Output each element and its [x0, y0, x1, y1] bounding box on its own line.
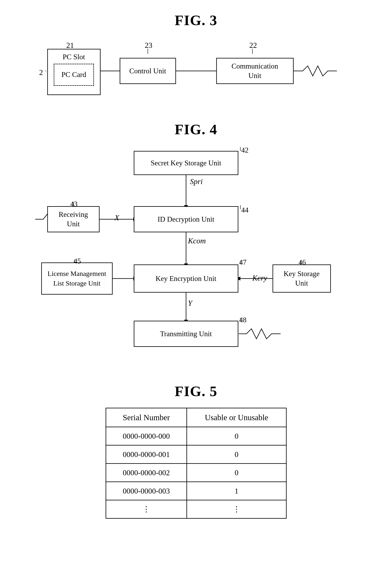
- key-storage-box: Key StorageUnit: [272, 265, 331, 293]
- kcry-label: Kcry: [252, 274, 267, 282]
- serial-number-cell: ⋮: [106, 500, 187, 519]
- usable-cell: 0: [187, 445, 286, 464]
- serial-number-cell: 0000-0000-001: [106, 445, 187, 464]
- fig4-diagram: Secret Key Storage Unit 42 Spri Receivin…: [35, 146, 357, 367]
- ref-44: 44: [241, 206, 248, 214]
- x-label: X: [115, 213, 119, 222]
- comm-unit-label: CommunicationUnit: [232, 61, 278, 80]
- ref-22: 22: [250, 41, 257, 50]
- secret-key-label: Secret Key Storage Unit: [151, 158, 221, 168]
- table-row: 0000-0000-0000: [106, 427, 286, 445]
- license-label: License ManagementList Storage Unit: [48, 269, 106, 288]
- page: FIG. 3: [0, 0, 392, 531]
- ref-45: 45: [74, 257, 81, 265]
- ref-47: 47: [239, 258, 246, 267]
- ref-2: 2: [39, 68, 43, 77]
- key-encryption-box: Key Encryption Unit: [134, 265, 238, 293]
- key-encrypt-label: Key Encryption Unit: [156, 274, 216, 283]
- fig3-section: FIG. 3: [16, 12, 376, 105]
- ref-23: 23: [145, 41, 152, 50]
- usable-cell: 1: [187, 482, 286, 500]
- transmitting-unit-box: Transmitting Unit: [134, 321, 238, 347]
- usable-cell: 0: [187, 464, 286, 482]
- fig4-section: FIG. 4: [16, 121, 376, 367]
- communication-unit-box: CommunicationUnit: [216, 58, 294, 84]
- col-serial-header: Serial Number: [106, 408, 187, 427]
- fig4-title: FIG. 4: [174, 121, 217, 138]
- id-decryption-box: ID Decryption Unit: [134, 206, 238, 232]
- serial-number-cell: 0000-0000-000: [106, 427, 187, 445]
- fig5-table: Serial Number Usable or Unusable 0000-00…: [106, 408, 286, 519]
- pc-slot-label: PC Slot: [62, 52, 85, 62]
- table-row: 0000-0000-0010: [106, 445, 286, 464]
- license-mgmt-box: License ManagementList Storage Unit: [41, 263, 113, 294]
- secret-key-storage-box: Secret Key Storage Unit: [134, 151, 238, 175]
- receiving-unit-label: ReceivingUnit: [59, 210, 88, 229]
- table-header-row: Serial Number Usable or Unusable: [106, 408, 286, 427]
- table-row: 0000-0000-0020: [106, 464, 286, 482]
- fig3-title: FIG. 3: [174, 12, 217, 29]
- table-row: 0000-0000-0031: [106, 482, 286, 500]
- ref-46: 46: [299, 258, 306, 267]
- serial-number-cell: 0000-0000-003: [106, 482, 187, 500]
- y-label: Y: [188, 299, 192, 307]
- usable-cell: ⋮: [187, 500, 286, 519]
- col-usable-header: Usable or Unusable: [187, 408, 286, 427]
- control-unit-box: Control Unit: [120, 58, 176, 84]
- fig5-title: FIG. 5: [174, 383, 217, 400]
- usable-cell: 0: [187, 427, 286, 445]
- pc-slot-box: PC Slot PC Card: [47, 49, 100, 95]
- ref-21: 21: [66, 41, 74, 50]
- fig5-section: FIG. 5 Serial Number Usable or Unusable …: [16, 383, 376, 519]
- spri-label: Spri: [190, 177, 203, 186]
- ref-48: 48: [239, 316, 246, 324]
- serial-number-cell: 0000-0000-002: [106, 464, 187, 482]
- key-storage-label: Key StorageUnit: [284, 269, 320, 288]
- ref-43: 43: [70, 200, 78, 208]
- fig3-diagram: PC Slot PC Card 2 21 Control Unit 23 Com…: [35, 37, 357, 105]
- kcom-label: Kcom: [188, 236, 206, 245]
- receiving-unit-box: ReceivingUnit: [47, 206, 100, 232]
- control-unit-label: Control Unit: [129, 66, 166, 76]
- ref-42: 42: [241, 146, 248, 154]
- table-row: ⋮⋮: [106, 500, 286, 519]
- transmitting-label: Transmitting Unit: [160, 329, 212, 339]
- id-decrypt-label: ID Decryption Unit: [158, 215, 214, 224]
- pc-card-label: PC Card: [61, 70, 86, 79]
